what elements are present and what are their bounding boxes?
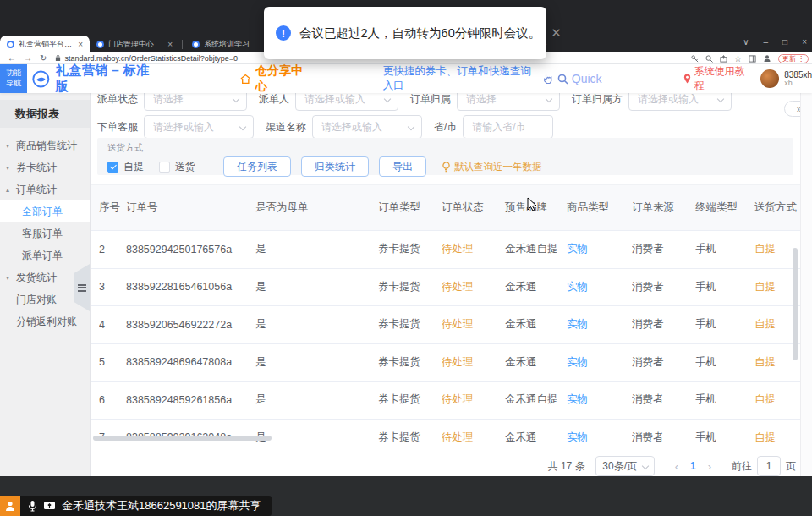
- table-cell: 83859228165461056a: [126, 281, 255, 293]
- sidebar-item-label: 全部订单: [22, 205, 63, 219]
- horizontal-scrollbar-thumb[interactable]: [93, 436, 272, 441]
- brand: 礼盒营销 – 标准版: [32, 63, 151, 95]
- table-cell: 手机: [695, 355, 754, 370]
- sidebar-item[interactable]: 派单订单: [0, 244, 90, 266]
- tab-close-icon[interactable]: ×: [167, 40, 173, 49]
- next-page-button[interactable]: ›: [708, 460, 711, 473]
- toast-close-icon[interactable]: ✕: [551, 25, 562, 41]
- table-row[interactable]: 783858859029162048a是券卡提货待处理金禾通实物消费者手机自提: [91, 420, 800, 451]
- bookmark-star-icon[interactable]: ☆: [734, 54, 742, 63]
- sidebar-item-label: 派单订单: [22, 249, 63, 263]
- table-row[interactable]: 683858924859261856a是券卡提货待处理金禾通自提实物消费者手机自…: [91, 382, 800, 420]
- category-stats-button[interactable]: 归类统计: [301, 156, 369, 177]
- table-cell: 待处理: [442, 392, 505, 407]
- browser-tab-3[interactable]: 系统培训学习: [185, 36, 275, 52]
- page-size-select[interactable]: 30条/页: [595, 456, 655, 476]
- filters-expand-button[interactable]: »: [784, 101, 800, 117]
- screen-share-bar: 金禾通技术王斌18662591081的屏幕共享: [20, 496, 272, 516]
- quick-entry-link[interactable]: 更快捷的券卡、订单和快递查询入口: [383, 64, 535, 93]
- tab-search-icon[interactable]: ∨: [743, 37, 749, 47]
- table-cell: 消费者: [632, 317, 695, 332]
- goto-page-input[interactable]: 1: [757, 456, 781, 476]
- zoom-icon[interactable]: [705, 55, 713, 63]
- user-account[interactable]: 8385xh xh: [760, 69, 812, 88]
- table-cell: 手机: [695, 317, 754, 332]
- table-cell: 是: [255, 355, 378, 370]
- chevron-down-icon: [546, 96, 552, 102]
- delivery-method-label: 送货方式: [107, 142, 783, 154]
- order-owner-party-select[interactable]: 请选择或输入: [628, 93, 732, 111]
- table-row[interactable]: 283859294250176576a是券卡提货待处理金禾通自提实物消费者手机自…: [91, 231, 800, 269]
- search-icon: [557, 74, 568, 85]
- vertical-scrollbar-thumb[interactable]: [793, 248, 798, 360]
- browser-tab-1[interactable]: 礼盒营销平台管理中心 ×: [0, 36, 90, 52]
- share-center-link[interactable]: 仓分享中心: [240, 63, 308, 94]
- task-list-button[interactable]: 任务列表: [223, 156, 291, 177]
- table-cell: 实物: [567, 242, 632, 256]
- total-count: 共 17 条: [548, 459, 585, 474]
- column-header: 订单号: [126, 200, 255, 215]
- share-icon[interactable]: [720, 55, 727, 63]
- order-agent-select[interactable]: 请选择或输入: [144, 115, 254, 139]
- table-row[interactable]: 483859206546922272a是券卡提货待处理金禾通实物消费者手机自提: [91, 306, 800, 344]
- browser-update-button[interactable]: 更新 ⋮: [778, 54, 809, 63]
- username: 8385xh: [784, 70, 812, 80]
- column-header: 是否为母单: [255, 200, 378, 215]
- table-cell: 2: [99, 244, 126, 255]
- window-close-button[interactable]: ×: [802, 37, 807, 47]
- forward-icon[interactable]: →: [24, 53, 32, 63]
- pagination: 共 17 条 30条/页 ‹ 1 › 前往 1 页: [548, 456, 796, 476]
- window-controls: ∨ – □ ×: [743, 37, 807, 47]
- checkbox-label: 自提: [123, 160, 144, 174]
- sidebar-item-label: 分销返利对账: [16, 315, 77, 329]
- placeholder: 请选择或输入: [638, 93, 699, 107]
- dispatch-status-select[interactable]: 请选择: [144, 93, 247, 111]
- export-button[interactable]: 导出: [379, 156, 426, 177]
- order-owner-select[interactable]: 请选择: [457, 93, 560, 111]
- tutorial-label: 系统使用教程: [694, 64, 749, 93]
- sidebar-item[interactable]: ▴订单统计: [0, 178, 90, 200]
- table-row[interactable]: 383859228165461056a是券卡提货待处理金禾通实物消费者手机自提: [91, 269, 800, 307]
- sidebar-item[interactable]: 分销返利对账: [0, 310, 90, 332]
- sidebar-item[interactable]: 全部订单: [0, 200, 90, 222]
- prev-page-button[interactable]: ‹: [675, 460, 678, 473]
- sidebar-item[interactable]: ▾券卡统计: [0, 156, 90, 178]
- function-nav-toggle[interactable]: 功能 导航: [0, 64, 27, 93]
- channel-name-select[interactable]: 请选择或输入: [312, 115, 422, 139]
- placeholder: 请选择: [466, 93, 497, 107]
- province-city-input[interactable]: 请输入省/市: [463, 115, 553, 139]
- minimize-button[interactable]: –: [764, 37, 769, 47]
- back-icon[interactable]: ←: [8, 53, 16, 63]
- table-body: 283859294250176576a是券卡提货待处理金禾通自提实物消费者手机自…: [91, 231, 800, 450]
- window-scrollbar-track[interactable]: [800, 93, 812, 476]
- table-cell: 消费者: [632, 355, 695, 370]
- tab-close-icon[interactable]: ×: [78, 40, 83, 49]
- maximize-button[interactable]: □: [782, 37, 787, 47]
- side-panel-icon[interactable]: [749, 55, 756, 63]
- nav-toggle-label: 功能: [6, 69, 21, 79]
- key-icon[interactable]: [691, 55, 699, 63]
- sidebar-item[interactable]: ▾商品销售统计: [0, 134, 90, 156]
- profile-icon[interactable]: [763, 54, 771, 63]
- browser-tab-2[interactable]: 门店管理中心 ×: [90, 36, 179, 52]
- table-cell: 实物: [567, 431, 632, 445]
- table-row[interactable]: 583858924869647808a是券卡提货待处理金禾通实物消费者手机自提: [91, 344, 800, 382]
- reload-icon[interactable]: ↻: [40, 53, 47, 63]
- table-cell: 实物: [567, 317, 632, 332]
- quick-search[interactable]: Quick: [557, 72, 602, 85]
- filter-row-1: 派单状态 请选择 派单人 请选择或输入 订单归属 请选择 订单归属方 请选择或输…: [97, 93, 732, 111]
- sidebar-item[interactable]: 客服订单: [0, 222, 90, 244]
- current-page[interactable]: 1: [690, 460, 696, 472]
- url-field[interactable]: standard.maboy.cn/OrderStatisticsDetail?…: [55, 54, 238, 63]
- table-cell: 待处理: [442, 317, 505, 332]
- filter-label: 下单客服: [97, 120, 138, 134]
- table-header-row: 序号订单号是否为母单订单类型订单状态预售品牌商品类型订单来源终端类型送货方式: [91, 185, 800, 231]
- tutorial-link[interactable]: 系统使用教程: [683, 64, 749, 93]
- table-cell: 金禾通: [505, 355, 567, 370]
- dispatcher-select[interactable]: 请选择或输入: [295, 93, 398, 111]
- menu-lines-icon: [78, 283, 86, 293]
- table-cell: 金禾通: [505, 317, 567, 332]
- self-pickup-checkbox[interactable]: [107, 162, 118, 173]
- tab-separator: [182, 40, 183, 49]
- delivery-checkbox[interactable]: [159, 162, 170, 173]
